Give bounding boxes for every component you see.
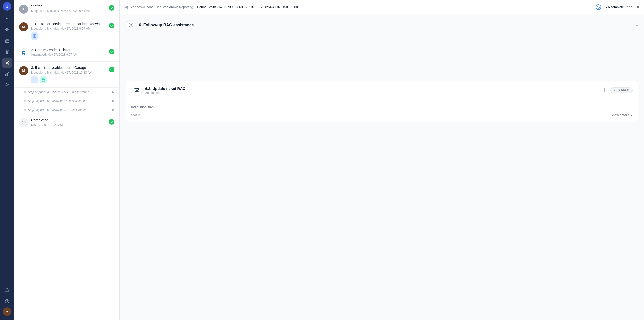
step-3-form-icon[interactable]	[31, 76, 38, 83]
skipped-step-5-play[interactable]: ▶	[112, 99, 114, 103]
step-3-check	[109, 67, 114, 72]
sidebar-item-inbox[interactable]	[2, 36, 12, 46]
skipped-badge-icon: »	[614, 89, 615, 92]
sidebar-nav: 1 M	[0, 0, 14, 320]
progress-text: 6 / 6 complete	[603, 5, 624, 9]
skipped-step-6: Step skipped: 6. Follow-up RAC assistanc…	[14, 105, 119, 114]
svg-point-3	[8, 64, 9, 64]
nav-bell-icon[interactable]	[2, 285, 12, 295]
step-1-meta: Magdalena Michalak, Nov 17, 2023 9:57 AM	[31, 27, 106, 30]
step-3-icons	[31, 76, 106, 83]
step-completed-content: Completed Nov 17, 2023 10:20 AM	[31, 118, 106, 127]
show-details-button[interactable]: Show details ∨	[611, 113, 633, 117]
step-started: Started Magdalena Michalak, Nov 17, 2023…	[14, 0, 119, 18]
sidebar-item-analytics[interactable]	[2, 69, 12, 79]
more-options-button[interactable]: •••	[627, 4, 633, 10]
step-1-icons	[31, 32, 106, 40]
sidebar-item-home[interactable]	[2, 25, 12, 35]
steps-panel: Started Magdalena Michalak, Nov 17, 2023…	[14, 0, 120, 320]
step-3-avatar: M	[19, 66, 28, 75]
progress-indicator: 6 / 6 complete	[596, 4, 624, 10]
skipped-step-5-text: Step skipped: 5. Follow-up OEM Assistanc…	[28, 99, 87, 103]
svg-point-21	[597, 6, 600, 8]
svg-point-14	[34, 79, 34, 79]
nav-chevron-down-icon[interactable]	[2, 14, 12, 24]
svg-point-22	[130, 24, 132, 26]
skipped-badge-text: SKIPPED	[616, 89, 629, 92]
step-1: M 1. Customer service - record car break…	[14, 18, 119, 44]
section-icon	[126, 20, 136, 30]
step-2-title: 2. Create Zendesk Ticket	[31, 48, 106, 52]
step-3: M 3. If car is driveable, inform Garage …	[14, 62, 119, 88]
skipped-step-5: Step skipped: 5. Follow-up OEM Assistanc…	[14, 96, 119, 105]
sidebar-item-users[interactable]	[2, 80, 12, 90]
step-2-meta: Automated, Nov 17, 2023 9:57 AM	[31, 53, 106, 56]
back-button[interactable]: ◀	[124, 4, 129, 10]
svg-point-1	[6, 62, 7, 64]
step-2-content: 2. Create Zendesk Ticket Automated, Nov …	[31, 48, 106, 56]
close-button[interactable]: ✕	[636, 4, 640, 10]
status-label: Status	[131, 113, 140, 117]
sidebar-item-layers[interactable]	[2, 47, 12, 57]
svg-rect-5	[7, 73, 8, 76]
skipped-dot-5	[24, 100, 26, 102]
substep-subtitle: Automated	[145, 91, 601, 95]
svg-point-15	[35, 79, 35, 79]
step-1-form-icon[interactable]	[31, 32, 38, 40]
skipped-step-4-text: Step skipped: 4. Call RAC or OEM assista…	[28, 90, 92, 94]
step-started-title: Started	[31, 4, 106, 8]
step-completed: Completed Nov 17, 2023 10:20 AM	[14, 114, 119, 131]
skipped-step-4: Step skipped: 4. Call RAC or OEM assista…	[14, 88, 119, 96]
breadcrumb: Zendesk/Phone: Car Breakdown Reporting /…	[131, 5, 594, 9]
svg-text:Z: Z	[23, 53, 24, 55]
step-3-title: 3. If car is driveable, inform Garage	[31, 66, 106, 70]
step-started-meta: Magdalena Michalak, Nov 17, 2023 9:54 AM	[31, 9, 106, 13]
skipped-dot-6	[24, 109, 26, 111]
substep-actions: » SKIPPED	[604, 87, 633, 93]
svg-point-7	[6, 83, 7, 85]
section-expand-button[interactable]: »	[636, 23, 638, 27]
substep-header: 6.2. Update ticket RAC Automated » SKIPP…	[126, 81, 638, 100]
section-title: 6. Follow-up RAC assistance	[139, 23, 633, 27]
user-avatar[interactable]: M	[3, 307, 11, 316]
step-1-avatar: M	[19, 22, 28, 31]
main-content: ◀ Zendesk/Phone: Car Breakdown Reporting…	[120, 0, 644, 320]
step-1-content: 1. Customer service - record car breakdo…	[31, 22, 106, 40]
step-2-avatar: Z	[19, 48, 28, 57]
nav-help-icon[interactable]	[2, 296, 12, 306]
sidebar-item-connections[interactable]	[2, 58, 12, 68]
svg-rect-6	[8, 72, 9, 76]
topbar-right: 6 / 6 complete ••• ✕	[596, 4, 640, 10]
step-3-calendar-icon[interactable]	[40, 76, 47, 83]
section-header: 6. Follow-up RAC assistance »	[126, 20, 638, 30]
substep-title: 6.2. Update ticket RAC	[145, 86, 601, 91]
nav-number-badge: 1	[3, 2, 11, 11]
step-started-check	[109, 5, 114, 11]
show-details-chevron: ∨	[630, 113, 633, 117]
topbar: ◀ Zendesk/Phone: Car Breakdown Reporting…	[120, 0, 644, 14]
svg-point-2	[8, 61, 9, 62]
step-1-check	[109, 23, 114, 28]
integration-title: Integration step	[131, 105, 633, 109]
step-3-content: 3. If car is driveable, inform Garage Ma…	[31, 66, 106, 83]
main-area: 6. Follow-up RAC assistance »	[120, 14, 644, 320]
skipped-step-4-play[interactable]: ▶	[112, 90, 114, 94]
step-completed-meta: Nov 17, 2023 10:20 AM	[31, 123, 106, 127]
svg-rect-4	[5, 74, 6, 76]
breadcrumb-separator: /	[195, 5, 196, 9]
integration-card: Integration step Status Show details ∨	[126, 100, 638, 122]
breadcrumb-link[interactable]: Zendesk/Phone: Car Breakdown Reporting	[131, 5, 193, 9]
comment-icon[interactable]	[604, 88, 608, 93]
step-3-meta: Magdalena Michalak, Nov 17, 2023 10:20 A…	[31, 71, 106, 74]
skipped-dot-4	[24, 91, 26, 93]
step-started-avatar	[19, 5, 28, 14]
step-2-check	[109, 49, 114, 54]
integration-row: Status Show details ∨	[131, 113, 633, 117]
step-completed-title: Completed	[31, 118, 106, 122]
skipped-step-6-play[interactable]: ▶	[112, 108, 114, 112]
substep-card: 6.2. Update ticket RAC Automated » SKIPP…	[126, 81, 638, 122]
svg-marker-10	[23, 8, 25, 11]
step-completed-check	[109, 119, 114, 125]
skipped-step-6-text: Step skipped: 6. Follow-up RAC assistanc…	[28, 108, 86, 112]
svg-rect-16	[42, 79, 45, 81]
